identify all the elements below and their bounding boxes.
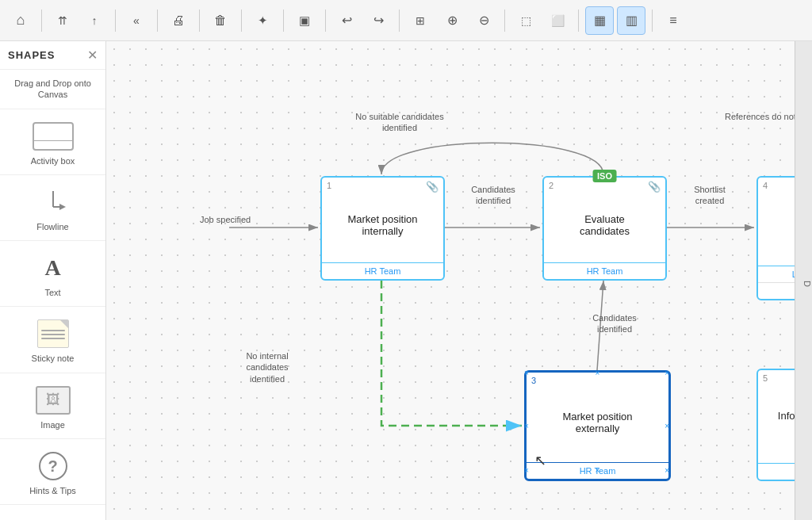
sticky-note-label: Sticky note (32, 353, 75, 364)
sep (325, 10, 326, 32)
move-up-button[interactable]: ↑ (80, 6, 109, 35)
node1-number: 1 (327, 181, 331, 190)
frame-button[interactable]: ⬚ (511, 6, 540, 35)
zoom-in-button[interactable]: ⊕ (438, 6, 466, 35)
sep (283, 10, 284, 32)
text-shape: A (44, 255, 60, 281)
node3-label: Market positionexternally (527, 373, 668, 462)
redo-button[interactable]: ↪ (364, 6, 393, 35)
sep (41, 10, 42, 32)
home-button[interactable]: ⌂ (6, 6, 35, 35)
sep (399, 10, 400, 32)
canvas[interactable]: Job specified No suitable candidatesiden… (106, 41, 812, 520)
sel-handle-ml: × (524, 422, 529, 430)
sidebar-item-sticky-note[interactable]: Sticky note (0, 307, 105, 373)
image-icon: 🖼 (29, 383, 77, 418)
svg-marker-2 (59, 204, 66, 210)
zoom-out-button[interactable]: ⊖ (469, 6, 498, 35)
align-button[interactable]: ≡ (659, 6, 688, 35)
undo-button[interactable]: ↩ (332, 6, 361, 35)
print-button[interactable]: 🖨 (164, 6, 193, 35)
toolbar: ⌂ ⇈ ↑ « 🖨 🗑 ✦ ▣ ↩ ↪ ⊞ ⊕ ⊖ ⬚ ⬜ ▦ ▥ ≡ (0, 0, 812, 41)
node4-number: 4 (763, 181, 768, 190)
sep (199, 10, 200, 32)
node5-number: 5 (763, 373, 768, 383)
flowline-svg (39, 188, 67, 216)
sel-handle-bl: × (524, 466, 529, 475)
flowline-icon (29, 185, 77, 220)
flowline-label: Flowline (36, 221, 68, 232)
sel-handle-tl: × (524, 369, 529, 377)
panel-toggle-button[interactable]: ▦ (585, 6, 614, 35)
text-label: Text (44, 287, 60, 298)
fit-page-button[interactable]: ⊞ (406, 6, 435, 35)
right-panel-tab[interactable]: D (795, 41, 812, 520)
node1-clip-icon: 📎 (426, 181, 439, 193)
iso-badge: ISO (592, 170, 617, 182)
label-candidates-identified: Candidatesidentified (454, 184, 533, 207)
sidebar-item-flowline[interactable]: Flowline (0, 175, 105, 241)
node2-clip-icon: 📎 (648, 181, 661, 193)
label-no-suitable: No suitable candidatesidentified (352, 111, 447, 134)
cursor: ↖ (534, 452, 546, 469)
sidebar-header: SHAPES ✕ (0, 41, 105, 70)
activity-box-icon (29, 119, 77, 154)
sel-handle-bc: × (596, 466, 600, 475)
panel-toggle2-button[interactable]: ▥ (617, 6, 645, 35)
sep (157, 10, 158, 32)
sel-handle-tc: × (596, 369, 600, 377)
sep (241, 10, 242, 32)
text-icon: A (29, 250, 77, 285)
node-market-position-internally[interactable]: 1 📎 Market positioninternally HR Team (320, 176, 445, 281)
node2-footer: HR Team (544, 262, 665, 279)
label-candidates-identified2: Candidatesidentified (579, 312, 650, 335)
node-evaluate-candidates[interactable]: ISO 2 📎 Evaluatecandidates HR Team (542, 176, 667, 281)
frame2-button[interactable]: ⬜ (543, 6, 572, 35)
sticky-shape (37, 319, 69, 348)
sep (652, 10, 653, 32)
prev-button[interactable]: « (122, 6, 151, 35)
node1-footer: HR Team (322, 262, 443, 279)
sep (578, 10, 579, 32)
right-panel-label: D (802, 281, 812, 287)
jump-top-button[interactable]: ⇈ (48, 6, 77, 35)
sel-handle-tr: × (665, 369, 669, 377)
select-button[interactable]: ▣ (290, 6, 319, 35)
node3-number: 3 (531, 376, 536, 385)
delete-button[interactable]: 🗑 (206, 6, 235, 35)
node2-number: 2 (549, 181, 553, 190)
activity-box-shape (33, 122, 74, 151)
sep (115, 10, 116, 32)
sidebar-item-activity-box[interactable]: Activity box (0, 109, 105, 175)
main-layout: SHAPES ✕ Drag and Drop onto Canvas Activ… (0, 41, 812, 520)
image-label: Image (40, 419, 65, 430)
sticky-line (41, 338, 65, 339)
label-shortlist-created: Shortlistcreated (674, 184, 745, 207)
drag-drop-label: Drag and Drop onto Canvas (0, 78, 105, 101)
sep (504, 10, 505, 32)
sidebar-item-image[interactable]: 🖼 Image (0, 373, 105, 439)
hints-tips-icon: ? (29, 449, 77, 484)
sel-handle-br: × (665, 466, 669, 475)
sidebar-section-drag-drop: Drag and Drop onto Canvas (0, 70, 105, 109)
sticky-line (41, 334, 65, 335)
sidebar-item-text[interactable]: A Text (0, 241, 105, 307)
hints-tips-label: Hints & Tips (29, 485, 76, 496)
sticky-lines (38, 320, 68, 342)
sidebar-item-hints-tips[interactable]: ? Hints & Tips (0, 439, 105, 505)
activity-box-label: Activity box (31, 155, 75, 166)
label-job-specified: Job specified (200, 214, 251, 225)
hints-shape: ? (39, 452, 67, 480)
sel-handle-mr: × (665, 422, 669, 430)
label-no-internal: No internalcandidatesidentified (224, 350, 311, 384)
sticky-note-icon (29, 316, 77, 351)
sidebar: SHAPES ✕ Drag and Drop onto Canvas Activ… (0, 41, 106, 520)
stamp-button[interactable]: ✦ (248, 6, 277, 35)
sidebar-close-button[interactable]: ✕ (87, 48, 98, 63)
sticky-line (41, 330, 65, 331)
image-shape: 🖼 (36, 386, 71, 415)
sidebar-title: SHAPES (8, 49, 55, 61)
